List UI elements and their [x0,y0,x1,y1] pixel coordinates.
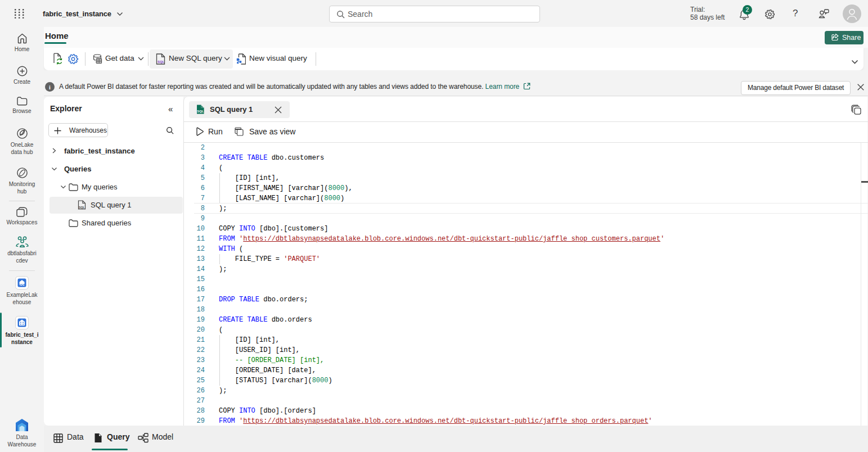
svg-text:SQL: SQL [79,206,85,209]
svg-text:i: i [49,84,51,91]
svg-text:SQL: SQL [197,110,204,113]
svg-text:SQL: SQL [158,60,165,64]
